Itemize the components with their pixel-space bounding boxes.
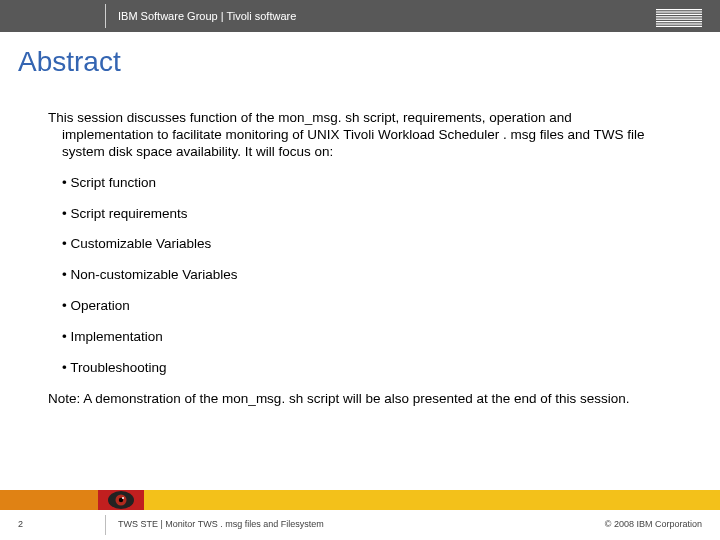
list-item: Script function xyxy=(62,175,660,192)
slide-body: This session discusses function of the m… xyxy=(48,110,660,408)
slide-footer: 2 TWS STE | Monitor TWS . msg files and … xyxy=(0,510,720,540)
svg-point-11 xyxy=(122,497,124,499)
ibm-logo-icon xyxy=(656,7,702,25)
header-divider xyxy=(105,4,106,28)
footer-divider xyxy=(105,515,106,535)
list-item: Troubleshooting xyxy=(62,360,660,377)
svg-rect-6 xyxy=(656,23,702,24)
footer-center-text: TWS STE | Monitor TWS . msg files and Fi… xyxy=(118,519,324,529)
header-text: IBM Software Group | Tivoli software xyxy=(118,0,296,32)
note-paragraph: Note: A demonstration of the mon_msg. sh… xyxy=(48,391,660,408)
svg-rect-1 xyxy=(656,11,702,12)
list-item: Operation xyxy=(62,298,660,315)
slide-header: IBM Software Group | Tivoli software xyxy=(0,0,720,32)
page-number: 2 xyxy=(18,519,23,529)
list-item: Implementation xyxy=(62,329,660,346)
svg-rect-7 xyxy=(656,26,702,27)
svg-rect-4 xyxy=(656,19,702,20)
list-item: Non-customizable Variables xyxy=(62,267,660,284)
eye-icon xyxy=(106,488,136,512)
svg-rect-2 xyxy=(656,14,702,15)
slide-title: Abstract xyxy=(18,46,720,78)
color-strip xyxy=(0,490,720,510)
svg-rect-3 xyxy=(656,16,702,17)
bullet-list: Script function Script requirements Cust… xyxy=(48,175,660,377)
list-item: Script requirements xyxy=(62,206,660,223)
strip-yellow xyxy=(144,490,720,510)
footer-copyright: © 2008 IBM Corporation xyxy=(605,519,702,529)
strip-orange xyxy=(0,490,98,510)
svg-rect-5 xyxy=(656,21,702,22)
list-item: Customizable Variables xyxy=(62,236,660,253)
intro-paragraph: This session discusses function of the m… xyxy=(48,110,660,161)
svg-rect-0 xyxy=(656,9,702,10)
